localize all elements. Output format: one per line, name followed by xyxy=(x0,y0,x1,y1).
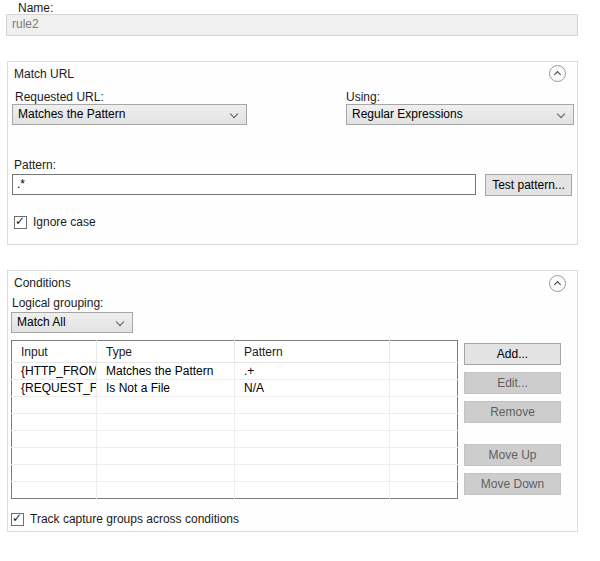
using-selected: Regular Expressions xyxy=(352,107,463,121)
add-button[interactable]: Add... xyxy=(464,343,561,365)
table-empty-row xyxy=(12,465,458,482)
table-empty-row xyxy=(12,414,458,431)
ignore-case-checkbox[interactable]: ✓ xyxy=(14,216,27,229)
move-down-button[interactable]: Move Down xyxy=(464,473,561,495)
match-url-collapse-button[interactable] xyxy=(549,65,566,82)
table-row[interactable]: {HTTP_FROM} Matches the Pattern .+ xyxy=(12,363,458,380)
remove-button[interactable]: Remove xyxy=(464,401,561,423)
using-select[interactable]: Regular Expressions xyxy=(346,104,574,125)
column-header-type[interactable]: Type xyxy=(97,341,235,363)
table-empty-row xyxy=(12,431,458,448)
conditions-title: Conditions xyxy=(14,276,71,290)
cell-type[interactable]: Matches the Pattern xyxy=(97,363,235,380)
conditions-collapse-button[interactable] xyxy=(549,275,566,292)
cell-type[interactable]: Is Not a File xyxy=(97,380,235,397)
logical-grouping-selected: Match All xyxy=(17,315,66,329)
table-empty-row xyxy=(12,397,458,414)
match-url-title: Match URL xyxy=(14,67,74,81)
ignore-case-label: Ignore case xyxy=(33,215,96,229)
move-up-button[interactable]: Move Up xyxy=(464,444,561,466)
logical-grouping-label: Logical grouping: xyxy=(12,296,103,310)
pattern-label: Pattern: xyxy=(14,158,56,172)
table-empty-row xyxy=(12,448,458,465)
match-url-section: Match URL Requested URL: Matches the Pat… xyxy=(7,61,578,245)
requested-url-selected: Matches the Pattern xyxy=(18,107,125,121)
requested-url-label: Requested URL: xyxy=(15,90,104,104)
edit-button[interactable]: Edit... xyxy=(464,372,561,394)
pattern-input[interactable]: .* xyxy=(12,174,476,195)
cell-pattern[interactable]: .+ xyxy=(235,363,390,380)
track-capture-checkbox[interactable]: ✓ xyxy=(11,513,24,526)
checkmark-icon: ✓ xyxy=(15,215,25,228)
table-empty-row xyxy=(12,482,458,499)
chevron-up-icon xyxy=(554,71,561,78)
table-row[interactable]: {REQUEST_FILE... Is Not a File N/A xyxy=(12,380,458,397)
name-label: Name: xyxy=(18,1,53,15)
using-label: Using: xyxy=(346,90,380,104)
cell-extra xyxy=(390,363,458,380)
ignore-case-checkrow: ✓ Ignore case xyxy=(14,215,96,229)
requested-url-select[interactable]: Matches the Pattern xyxy=(12,104,247,125)
checkmark-icon: ✓ xyxy=(12,512,22,525)
chevron-up-icon xyxy=(554,281,561,288)
test-pattern-button[interactable]: Test pattern... xyxy=(485,174,572,196)
conditions-table[interactable]: Input Type Pattern {HTTP_FROM} Matches t… xyxy=(11,340,458,499)
track-capture-checkrow: ✓ Track capture groups across conditions xyxy=(11,512,239,526)
cell-input[interactable]: {REQUEST_FILE... xyxy=(12,380,97,397)
cell-extra xyxy=(390,380,458,397)
chevron-down-icon xyxy=(116,318,124,326)
column-header-pattern[interactable]: Pattern xyxy=(235,341,390,363)
chevron-down-icon xyxy=(230,110,238,118)
column-header-extra[interactable] xyxy=(390,341,458,363)
table-header-row: Input Type Pattern xyxy=(12,341,458,363)
conditions-section: Conditions Logical grouping: Match All I… xyxy=(7,270,578,532)
logical-grouping-select[interactable]: Match All xyxy=(11,312,133,333)
column-header-input[interactable]: Input xyxy=(12,341,97,363)
name-input[interactable]: rule2 xyxy=(6,14,578,36)
edit-inbound-rule-pane: Name: rule2 Match URL Requested URL: Mat… xyxy=(0,0,600,561)
chevron-down-icon xyxy=(557,110,565,118)
cell-pattern[interactable]: N/A xyxy=(235,380,390,397)
track-capture-label: Track capture groups across conditions xyxy=(30,512,239,526)
cell-input[interactable]: {HTTP_FROM} xyxy=(12,363,97,380)
